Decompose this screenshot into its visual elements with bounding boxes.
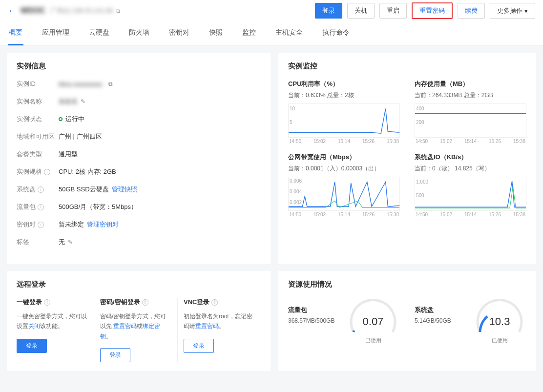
value-spec: CPU: 2核 内存: 2GB [59, 167, 116, 176]
disk-used-label: 已使用 [473, 337, 526, 344]
monitor-card: 实例监控 CPU利用率（%） 当前：0.633% 总量：2核 105 14:50… [278, 53, 536, 264]
cpu-sub: 当前：0.633% 总量：2核 [288, 91, 400, 100]
instance-info-card: 实例信息 实例IDlhins-xxxxxxxxx⧉ 实例名称未命名✎ 实例状态运… [7, 53, 271, 264]
flow-used-label: 已使用 [346, 337, 400, 344]
value-type: 通用型 [59, 150, 78, 159]
edit-tag-icon[interactable]: ✎ [68, 239, 73, 246]
disk-resource: 系统盘 5.14GB/50GB 10.3 已使用 [415, 298, 526, 332]
login-col-title: 一键登录 i [17, 298, 88, 307]
info-icon[interactable]: i [44, 299, 50, 306]
mem-sub: 当前：264.333MB 总量：2GB [415, 91, 526, 100]
instance-info-title: 实例信息 [17, 62, 261, 71]
flow-resource: 流量包 368.57MB/500GB 0.07 已使用 [288, 298, 400, 332]
value-key: 暂未绑定 [59, 220, 84, 229]
value-id: lhins-xxxxxxxxx [59, 81, 103, 88]
disk-gauge: 10.3 已使用 [473, 298, 526, 332]
tab-exec[interactable]: 执行命令 [321, 21, 351, 45]
io-chart: 系统盘IO（KB/s） 当前：0（读） 14.825（写） 1,000500 1… [415, 153, 526, 217]
remote-title: 远程登录 [17, 280, 261, 289]
value-tag: 无 [59, 238, 65, 247]
copy-id-icon[interactable]: ⧉ [108, 81, 113, 87]
link[interactable]: 重置密码 [195, 323, 219, 330]
info-icon[interactable]: i [142, 299, 148, 306]
login-col-btn[interactable]: 登录 [17, 339, 47, 353]
label-type: 套餐类型 [17, 150, 59, 159]
label-region: 地域和可用区 [17, 132, 59, 141]
copy-icon[interactable]: ⧉ [116, 7, 120, 14]
renew-button[interactable]: 续费 [458, 3, 485, 19]
edit-name-icon[interactable]: ✎ [81, 98, 85, 105]
label-id: 实例ID [17, 80, 59, 88]
value-status: 运行中 [65, 115, 84, 124]
label-flow: 流量包i [17, 203, 59, 211]
link[interactable]: 重置密码 [113, 323, 137, 330]
reset-password-button[interactable]: 重置密码 [412, 2, 453, 19]
manage-key-link[interactable]: 管理密钥对 [87, 220, 119, 229]
back-icon[interactable]: ← [8, 6, 17, 16]
bw-label: 公网带宽使用（Mbps） [288, 153, 400, 162]
info-icon[interactable]: i [44, 169, 50, 175]
mem-label: 内存使用量（MB） [415, 80, 526, 88]
label-spec: 实例规格i [17, 167, 59, 176]
disk-label: 系统盘 [415, 306, 466, 314]
label-name: 实例名称 [17, 97, 59, 106]
resource-card: 资源使用情况 流量包 368.57MB/500GB 0.07 已使用 系统盘 5… [278, 271, 536, 371]
resource-title: 资源使用情况 [288, 280, 526, 289]
bw-chart: 公网带宽使用（Mbps） 当前：0.0001（入）0.00003（出） 0.00… [288, 153, 400, 217]
tab-snapshot[interactable]: 快照 [208, 21, 224, 45]
value-disk: 50GB SSD云硬盘 [59, 185, 109, 194]
chevron-down-icon: ▾ [524, 7, 528, 15]
cpu-chart: CPU利用率（%） 当前：0.633% 总量：2核 105 14:5015:02… [288, 80, 400, 144]
shutdown-button[interactable]: 关机 [347, 3, 375, 19]
value-flow: 500GB/月（带宽：5Mbps） [59, 203, 137, 211]
disk-percent: 10.3 [473, 315, 526, 328]
label-disk: 系统盘i [17, 185, 59, 194]
tab-overview[interactable]: 概要 [8, 21, 23, 45]
login-col-title: VNC登录 i [184, 298, 255, 307]
label-key: 密钥对i [17, 220, 59, 229]
page-header: ← WDOC 广州(2) 106.53.141.98 ⧉ 登录 关机 重启 重置… [0, 0, 543, 21]
tabs-bar: 概要 应用管理 云硬盘 防火墙 密钥对 快照 监控 主机安全 执行命令 [0, 21, 543, 46]
disk-val: 5.14GB/50GB [415, 317, 466, 324]
cpu-label: CPU利用率（%） [288, 80, 400, 88]
info-icon[interactable]: i [211, 299, 218, 306]
login-col-desc: 密码/密钥登录方式，您可以先 重置密码或绑定密钥。 [100, 311, 171, 341]
label-status: 实例状态 [17, 115, 59, 124]
restart-button[interactable]: 重启 [379, 3, 407, 19]
link[interactable]: 关闭 [28, 323, 40, 330]
tab-keypair[interactable]: 密钥对 [168, 21, 190, 45]
login-col-btn[interactable]: 登录 [184, 339, 214, 353]
login-button[interactable]: 登录 [315, 3, 342, 19]
io-label: 系统盘IO（KB/s） [415, 153, 526, 162]
login-col-1: 密码/密钥登录 i 密码/密钥登录方式，您可以先 重置密码或绑定密钥。 登录 [100, 298, 178, 362]
info-icon[interactable]: i [38, 204, 44, 210]
bw-sub: 当前：0.0001（入）0.00003（出） [288, 165, 400, 173]
tab-firewall[interactable]: 防火墙 [128, 21, 150, 45]
io-sub: 当前：0（读） 14.825（写） [415, 165, 526, 173]
tab-disk[interactable]: 云硬盘 [88, 21, 110, 45]
login-col-desc: 一键免密登录方式，您可以设置关闭该功能。 [17, 311, 88, 332]
info-icon[interactable]: i [38, 186, 44, 193]
instance-ip-header: 广州(2) 106.53.141.98 [50, 6, 113, 15]
tab-monitor[interactable]: 监控 [241, 21, 257, 45]
more-label: 更多操作 [497, 6, 522, 15]
monitor-title: 实例监控 [288, 62, 526, 71]
flow-label: 流量包 [288, 306, 339, 314]
tab-app[interactable]: 应用管理 [41, 21, 70, 45]
mem-chart: 内存使用量（MB） 当前：264.333MB 总量：2GB 400200 14:… [415, 80, 526, 144]
flow-gauge: 0.07 已使用 [346, 298, 400, 332]
flow-percent: 0.07 [346, 315, 400, 328]
status-dot-icon [59, 117, 63, 121]
flow-val: 368.57MB/500GB [288, 317, 339, 324]
label-tag: 标签 [17, 238, 59, 247]
info-icon[interactable]: i [38, 222, 44, 228]
manage-snapshot-link[interactable]: 管理快照 [112, 185, 137, 194]
remote-login-card: 远程登录 一键登录 i 一键免密登录方式，您可以设置关闭该功能。 登录密码/密钥… [7, 271, 271, 371]
more-actions-button[interactable]: 更多操作▾ [490, 3, 535, 19]
tab-security[interactable]: 主机安全 [274, 21, 304, 45]
login-col-0: 一键登录 i 一键免密登录方式，您可以设置关闭该功能。 登录 [17, 298, 94, 362]
value-name: 未命名 [59, 97, 78, 106]
value-region: 广州 | 广州四区 [59, 132, 102, 141]
header-actions: 登录 关机 重启 重置密码 续费 更多操作▾ [315, 2, 535, 19]
login-col-btn[interactable]: 登录 [100, 348, 130, 362]
